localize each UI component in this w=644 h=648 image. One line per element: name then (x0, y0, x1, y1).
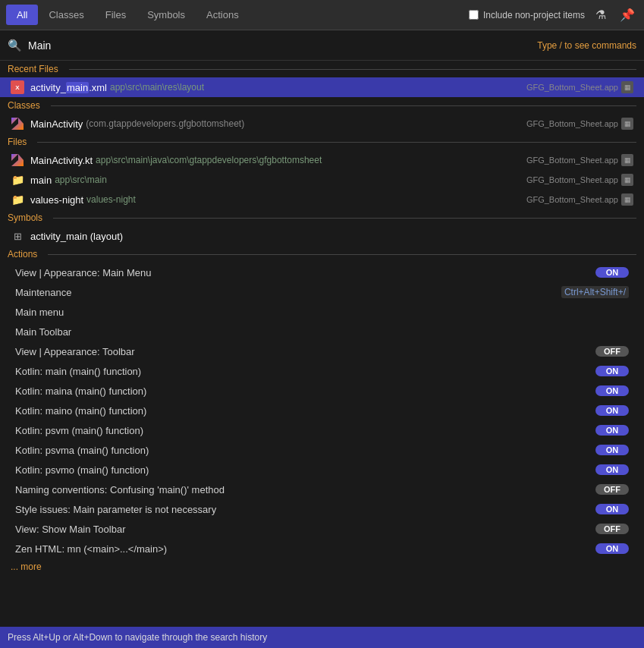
action-item-9[interactable]: Kotlin: psvma (main() function) ON (0, 440, 644, 460)
class-name: MainActivity (30, 118, 83, 130)
action-name-7: Kotlin: maino (main() function) (15, 405, 595, 417)
toggle-9[interactable]: ON (595, 445, 629, 455)
section-actions: Actions (0, 246, 644, 263)
tab-bar: All Classes Files Symbols Actions Includ… (0, 0, 644, 30)
file-item-0[interactable]: MainActivity.kt app\src\main\java\com\gt… (0, 150, 644, 170)
file-item-2[interactable]: 📁 values-night values-night GFG_Bottom_S… (0, 190, 644, 209)
more-text: ... (11, 561, 20, 572)
action-item-12[interactable]: Style issues: Main parameter is not nece… (0, 499, 644, 519)
class-package: (com.gtappdevelopers.gfgbottomsheet) (86, 118, 244, 129)
pin-button[interactable]: 📌 (617, 6, 638, 24)
toggle-13[interactable]: OFF (595, 524, 629, 534)
folder-icon-1: 📁 (11, 173, 24, 187)
file-item-1[interactable]: 📁 main app\src\main GFG_Bottom_Sheet.app… (0, 170, 644, 190)
action-name-3: Main Toolbar (15, 326, 629, 338)
toggle-6[interactable]: ON (595, 385, 629, 396)
action-name-4: View | Appearance: Toolbar (15, 346, 595, 357)
action-item-4[interactable]: View | Appearance: Toolbar OFF (0, 341, 644, 361)
toggle-5[interactable]: ON (595, 366, 629, 376)
toggle-0[interactable]: ON (595, 267, 629, 278)
layout-icon: ⊞ (11, 229, 24, 243)
action-item-2[interactable]: Main menu (0, 302, 644, 322)
kotlin-class-icon (11, 117, 24, 131)
file-path-1: app\src\main (55, 175, 107, 185)
toggle-11[interactable]: OFF (595, 484, 629, 495)
more-label: more (20, 561, 41, 572)
action-name-13: View: Show Main Toolbar (15, 524, 595, 535)
toggle-12[interactable]: ON (595, 504, 629, 514)
class-item-0[interactable]: MainActivity (com.gtappdevelopers.gfgbot… (0, 114, 644, 134)
action-item-5[interactable]: Kotlin: main (main() function) ON (0, 361, 644, 381)
toggle-8[interactable]: ON (595, 425, 629, 436)
folder-icon-2: 📁 (11, 193, 24, 206)
tab-all[interactable]: All (6, 5, 38, 25)
tab-actions[interactable]: Actions (196, 5, 250, 25)
action-item-7[interactable]: Kotlin: maino (main() function) ON (0, 401, 644, 420)
recent-file-module: GFG_Bottom_Sheet.app ▦ (526, 81, 633, 93)
recent-file-item-0[interactable]: X activity_main.xml app\src\main\res\lay… (0, 77, 644, 97)
kotlin-file-icon (11, 153, 24, 167)
tab-files[interactable]: Files (95, 5, 137, 25)
more-link[interactable]: ... more (0, 558, 644, 575)
xml-icon: X (11, 80, 24, 94)
symbol-item-0[interactable]: ⊞ activity_main (layout) (0, 226, 644, 246)
status-text: Press Alt+Up or Alt+Down to navigate thr… (8, 632, 267, 643)
content-area: Recent Files X activity_main.xml app\src… (0, 61, 644, 627)
action-item-3[interactable]: Main Toolbar (0, 322, 644, 341)
tab-right-controls: Include non-project items ⚗ 📌 (469, 6, 638, 24)
file-name-2: values-night (30, 194, 83, 206)
action-item-14[interactable]: Zen HTML: mn (<main>...</main>) ON (0, 539, 644, 558)
toggle-7[interactable]: ON (595, 405, 629, 416)
tab-symbols[interactable]: Symbols (137, 5, 196, 25)
module-icon: ▦ (621, 81, 633, 93)
action-item-13[interactable]: View: Show Main Toolbar OFF (0, 519, 644, 539)
section-recent-files: Recent Files (0, 61, 644, 77)
class-module-icon: ▦ (621, 118, 633, 130)
file-module-icon-2: ▦ (621, 193, 633, 206)
file-path-2: values-night (86, 194, 136, 205)
file-name-0: MainActivity.kt (30, 155, 93, 166)
filter-button[interactable]: ⚗ (592, 6, 609, 24)
action-name-8: Kotlin: psvm (main() function) (15, 425, 595, 436)
symbol-name-0: activity_main (layout) (30, 231, 123, 242)
file-module-0: GFG_Bottom_Sheet.app ▦ (526, 154, 633, 166)
search-icon: 🔍 (8, 39, 22, 52)
toggle-4[interactable]: OFF (595, 346, 629, 357)
search-input[interactable] (28, 39, 537, 52)
svg-marker-2 (11, 154, 18, 161)
action-name-11: Naming conventions: Confusing 'main()' m… (15, 484, 595, 495)
file-module-2: GFG_Bottom_Sheet.app ▦ (526, 193, 633, 206)
class-module: GFG_Bottom_Sheet.app ▦ (526, 118, 633, 130)
section-classes: Classes (0, 97, 644, 114)
action-name-0: View | Appearance: Main Menu (15, 267, 595, 278)
action-name-10: Kotlin: psvmo (main() function) (15, 464, 595, 476)
file-module-icon-0: ▦ (621, 154, 633, 166)
action-name-9: Kotlin: psvma (main() function) (15, 445, 595, 456)
toggle-14[interactable]: ON (595, 543, 629, 554)
action-item-8[interactable]: Kotlin: psvm (main() function) ON (0, 420, 644, 440)
action-item-10[interactable]: Kotlin: psvmo (main() function) ON (0, 460, 644, 480)
action-item-1[interactable]: Maintenance Ctrl+Alt+Shift+/ (0, 282, 644, 302)
status-bar: Press Alt+Up or Alt+Down to navigate thr… (0, 627, 644, 648)
include-non-project-checkbox[interactable] (469, 10, 479, 20)
action-name-6: Kotlin: maina (main() function) (15, 385, 595, 397)
action-name-5: Kotlin: main (main() function) (15, 366, 595, 377)
search-bar: 🔍 Type / to see commands (0, 30, 644, 61)
file-path-0: app\src\main\java\com\gtappdevelopers\gf… (96, 155, 322, 165)
action-item-11[interactable]: Naming conventions: Confusing 'main()' m… (0, 480, 644, 499)
action-name-1: Maintenance (15, 287, 557, 298)
tab-classes[interactable]: Classes (38, 5, 94, 25)
action-item-6[interactable]: Kotlin: maina (main() function) ON (0, 381, 644, 401)
toggle-10[interactable]: ON (595, 464, 629, 475)
include-non-project-label[interactable]: Include non-project items (469, 10, 585, 20)
section-symbols: Symbols (0, 209, 644, 226)
section-files: Files (0, 134, 644, 150)
action-name-12: Style issues: Main parameter is not nece… (15, 504, 595, 515)
recent-file-path: app\src\main\res\layout (110, 82, 204, 93)
file-module-1: GFG_Bottom_Sheet.app ▦ (526, 174, 633, 186)
action-item-0[interactable]: View | Appearance: Main Menu ON (0, 263, 644, 282)
file-name-1: main (30, 175, 52, 186)
action-name-14: Zen HTML: mn (<main>...</main>) (15, 543, 595, 555)
include-non-project-text: Include non-project items (483, 10, 585, 20)
action-name-2: Main menu (15, 307, 629, 318)
